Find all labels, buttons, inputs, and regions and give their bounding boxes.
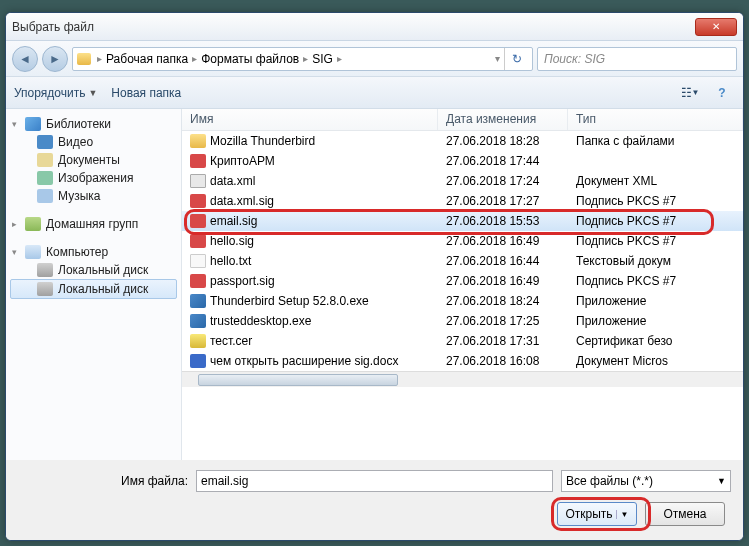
file-icon <box>190 354 206 368</box>
view-icon: ☷ <box>681 86 692 100</box>
filename-input[interactable] <box>196 470 553 492</box>
chevron-right-icon: ▸ <box>95 53 104 64</box>
file-icon <box>190 254 206 268</box>
toolbar: Упорядочить▼ Новая папка ☷▼ ? <box>6 77 743 109</box>
help-icon: ? <box>718 86 725 100</box>
titlebar: Выбрать файл ✕ <box>6 13 743 41</box>
file-icon <box>190 174 206 188</box>
refresh-button[interactable]: ↻ <box>504 48 528 70</box>
filename-label: Имя файла: <box>18 474 188 488</box>
file-row[interactable]: КриптоАРМ27.06.2018 17:44 <box>182 151 743 171</box>
homegroup-icon <box>25 217 41 231</box>
disk-icon <box>37 282 53 296</box>
search-input[interactable]: Поиск: SIG <box>537 47 737 71</box>
sidebar-item-disk[interactable]: Локальный диск <box>10 261 177 279</box>
window-title: Выбрать файл <box>12 20 695 34</box>
file-row[interactable]: data.xml27.06.2018 17:24Документ XML <box>182 171 743 191</box>
file-row[interactable]: тест.cer27.06.2018 17:31Сертификат безо <box>182 331 743 351</box>
address-bar[interactable]: ▸ Рабочая папка ▸ Форматы файлов ▸ SIG ▸… <box>72 47 533 71</box>
file-icon <box>190 234 206 248</box>
sidebar-item-music[interactable]: Музыка <box>10 187 177 205</box>
folder-icon <box>77 53 91 65</box>
main-area: ▾Библиотеки Видео Документы Изображения … <box>6 109 743 460</box>
file-row[interactable]: passport.sig27.06.2018 16:49Подпись PKCS… <box>182 271 743 291</box>
forward-button[interactable]: ► <box>42 46 68 72</box>
file-icon <box>190 194 206 208</box>
pictures-icon <box>37 171 53 185</box>
organize-button[interactable]: Упорядочить▼ <box>14 86 97 100</box>
file-row[interactable]: email.sig27.06.2018 15:53Подпись PKCS #7 <box>182 211 743 231</box>
chevron-down-icon: ▼ <box>616 510 629 519</box>
sidebar: ▾Библиотеки Видео Документы Изображения … <box>6 109 182 460</box>
chevron-right-icon: ▸ <box>190 53 199 64</box>
file-row[interactable]: hello.txt27.06.2018 16:44Текстовый докум <box>182 251 743 271</box>
chevron-down-icon: ▼ <box>692 88 700 97</box>
help-button[interactable]: ? <box>709 82 735 104</box>
file-icon <box>190 334 206 348</box>
footer: Имя файла: Все файлы (*.*)▼ Открыть▼ Отм… <box>6 460 743 540</box>
column-type[interactable]: Тип <box>568 109 743 130</box>
chevron-down-icon: ▼ <box>88 88 97 98</box>
file-icon <box>190 314 206 328</box>
sidebar-item-disk[interactable]: Локальный диск <box>10 279 177 299</box>
open-file-dialog: Выбрать файл ✕ ◄ ► ▸ Рабочая папка ▸ Фор… <box>5 12 744 541</box>
view-options-button[interactable]: ☷▼ <box>677 82 703 104</box>
file-row[interactable]: чем открыть расширение sig.docx27.06.201… <box>182 351 743 371</box>
expand-icon: ▾ <box>12 119 20 129</box>
arrow-right-icon: ► <box>49 52 61 66</box>
sidebar-item-documents[interactable]: Документы <box>10 151 177 169</box>
file-type-filter[interactable]: Все файлы (*.*)▼ <box>561 470 731 492</box>
chevron-down-icon[interactable]: ▾ <box>493 53 502 64</box>
chevron-down-icon: ▼ <box>717 476 726 486</box>
library-icon <box>25 117 41 131</box>
scrollbar-thumb[interactable] <box>198 374 398 386</box>
refresh-icon: ↻ <box>512 52 522 66</box>
column-name[interactable]: Имя <box>182 109 438 130</box>
chevron-right-icon: ▸ <box>301 53 310 64</box>
arrow-left-icon: ◄ <box>19 52 31 66</box>
sidebar-item-homegroup[interactable]: ▸Домашняя групп <box>10 215 177 233</box>
back-button[interactable]: ◄ <box>12 46 38 72</box>
chevron-right-icon: ▸ <box>335 53 344 64</box>
file-icon <box>190 134 206 148</box>
horizontal-scrollbar[interactable] <box>182 371 743 387</box>
close-icon: ✕ <box>712 21 720 32</box>
file-icon <box>190 294 206 308</box>
navbar: ◄ ► ▸ Рабочая папка ▸ Форматы файлов ▸ S… <box>6 41 743 77</box>
video-icon <box>37 135 53 149</box>
documents-icon <box>37 153 53 167</box>
file-icon <box>190 274 206 288</box>
music-icon <box>37 189 53 203</box>
file-row[interactable]: hello.sig27.06.2018 16:49Подпись PKCS #7 <box>182 231 743 251</box>
file-row[interactable]: data.xml.sig27.06.2018 17:27Подпись PKCS… <box>182 191 743 211</box>
close-button[interactable]: ✕ <box>695 18 737 36</box>
computer-icon <box>25 245 41 259</box>
sidebar-item-computer[interactable]: ▾Компьютер <box>10 243 177 261</box>
sidebar-item-pictures[interactable]: Изображения <box>10 169 177 187</box>
file-row[interactable]: Mozilla Thunderbird27.06.2018 18:28Папка… <box>182 131 743 151</box>
disk-icon <box>37 263 53 277</box>
breadcrumb[interactable]: Форматы файлов <box>201 52 299 66</box>
file-row[interactable]: Thunderbird Setup 52.8.0.exe27.06.2018 1… <box>182 291 743 311</box>
file-row[interactable]: trusteddesktop.exe27.06.2018 17:25Прилож… <box>182 311 743 331</box>
file-icon <box>190 154 206 168</box>
new-folder-button[interactable]: Новая папка <box>111 86 181 100</box>
list-header: Имя Дата изменения Тип <box>182 109 743 131</box>
expand-icon: ▾ <box>12 247 20 257</box>
file-icon <box>190 214 206 228</box>
file-list: Имя Дата изменения Тип Mozilla Thunderbi… <box>182 109 743 460</box>
breadcrumb[interactable]: SIG <box>312 52 333 66</box>
column-date[interactable]: Дата изменения <box>438 109 568 130</box>
sidebar-item-libraries[interactable]: ▾Библиотеки <box>10 115 177 133</box>
sidebar-item-video[interactable]: Видео <box>10 133 177 151</box>
expand-icon: ▸ <box>12 219 20 229</box>
open-button[interactable]: Открыть▼ <box>557 502 637 526</box>
cancel-button[interactable]: Отмена <box>645 502 725 526</box>
search-placeholder: Поиск: SIG <box>544 52 605 66</box>
breadcrumb[interactable]: Рабочая папка <box>106 52 188 66</box>
